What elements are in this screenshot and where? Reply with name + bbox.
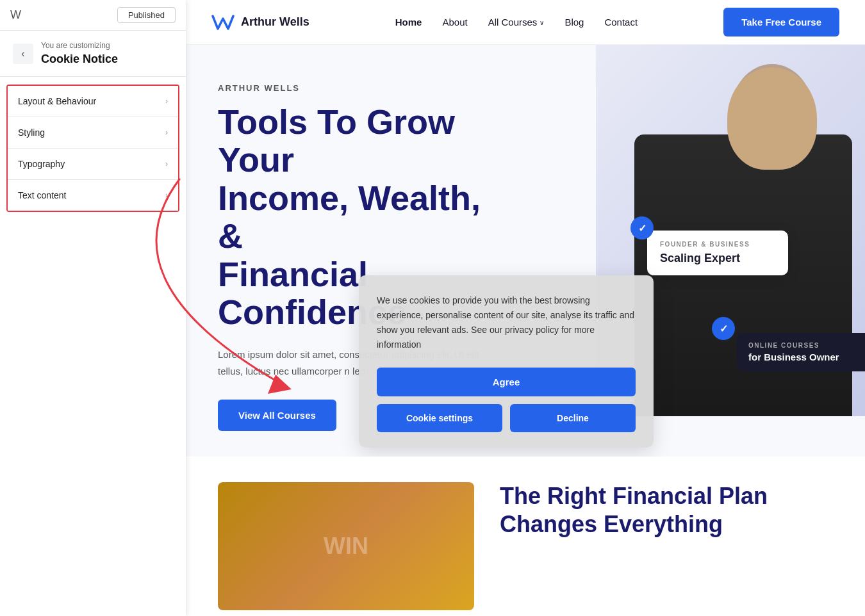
sidebar: W Published ‹ You are customizing Cookie… — [0, 0, 186, 616]
nav-contact[interactable]: Contact — [604, 17, 638, 28]
site-nav: Arthur Wells Home About All Courses ∨ Bl… — [186, 0, 865, 45]
menu-chevron-text-content: › — [165, 191, 168, 200]
nav-links: Home About All Courses ∨ Blog Contact — [395, 17, 638, 28]
menu-item-layout[interactable]: Layout & Behaviour › — [8, 86, 178, 117]
nav-home[interactable]: Home — [395, 17, 422, 28]
menu-group: Layout & Behaviour › Styling › Typograph… — [6, 85, 179, 212]
hero-eyebrow: ARTHUR WELLS — [218, 83, 513, 93]
menu-item-typography-label: Typography — [18, 159, 65, 169]
menu-item-text-content[interactable]: Text content › — [8, 180, 178, 211]
menu-item-styling-label: Styling — [18, 127, 45, 138]
menu-item-layout-label: Layout & Behaviour — [18, 96, 96, 106]
founder-card-title: Scaling Expert — [660, 252, 775, 265]
published-button[interactable]: Published — [117, 7, 176, 23]
person-face — [727, 67, 817, 170]
logo-text: Arthur Wells — [241, 15, 309, 29]
cookie-notice: We use cookies to provide you with the b… — [359, 275, 654, 448]
online-card-title: for Business Owner — [748, 352, 853, 362]
take-free-course-button[interactable]: Take Free Course — [723, 8, 839, 36]
cookie-bottom-row: Cookie settings Decline — [377, 404, 636, 432]
bottom-title: The Right Financial Plan Changes Everyth… — [500, 482, 833, 537]
bottom-section: WIN The Right Financial Plan Changes Eve… — [186, 457, 865, 616]
section-title: Cookie Notice — [41, 53, 118, 66]
nav-blog[interactable]: Blog — [564, 17, 584, 28]
cookie-agree-button[interactable]: Agree — [377, 368, 636, 396]
view-all-courses-button[interactable]: View All Courses — [218, 400, 336, 431]
check-badge-2: ✓ — [712, 317, 735, 340]
hero-section: ✓ ✓ FOUNDER & BUSINESS Scaling Expert ON… — [186, 45, 865, 457]
bottom-image: WIN — [218, 482, 474, 610]
sidebar-header: ‹ You are customizing Cookie Notice — [0, 31, 186, 77]
menu-chevron-styling: › — [165, 128, 168, 137]
bottom-text-col: The Right Financial Plan Changes Everyth… — [500, 482, 833, 537]
cookie-decline-button[interactable]: Decline — [510, 404, 636, 432]
logo-icon — [211, 13, 235, 31]
cookie-text: We use cookies to provide you with the b… — [377, 293, 636, 352]
founder-card: FOUNDER & BUSINESS Scaling Expert — [647, 231, 788, 275]
menu-item-typography[interactable]: Typography › — [8, 149, 178, 180]
founder-card-label: FOUNDER & BUSINESS — [660, 241, 775, 248]
menu-item-text-content-label: Text content — [18, 190, 67, 200]
menu-chevron-typography: › — [165, 159, 168, 168]
dropdown-arrow-icon: ∨ — [540, 19, 544, 26]
customizing-label: You are customizing — [41, 41, 118, 50]
main-preview: Arthur Wells Home About All Courses ∨ Bl… — [186, 0, 865, 616]
close-icon[interactable]: W — [10, 8, 21, 22]
online-card-label: ONLINE COURSES — [748, 342, 853, 349]
back-button[interactable]: ‹ — [13, 44, 33, 64]
cookie-settings-button[interactable]: Cookie settings — [377, 404, 502, 432]
check-badge-1: ✓ — [630, 216, 654, 239]
site-logo: Arthur Wells — [211, 13, 309, 31]
nav-all-courses[interactable]: All Courses ∨ — [488, 17, 545, 28]
nav-about[interactable]: About — [442, 17, 467, 28]
person-body — [634, 134, 852, 416]
menu-chevron-layout: › — [165, 97, 168, 106]
online-card: ONLINE COURSES for Business Owner — [737, 333, 865, 371]
menu-item-styling[interactable]: Styling › — [8, 117, 178, 149]
sidebar-topbar: W Published — [0, 0, 186, 31]
